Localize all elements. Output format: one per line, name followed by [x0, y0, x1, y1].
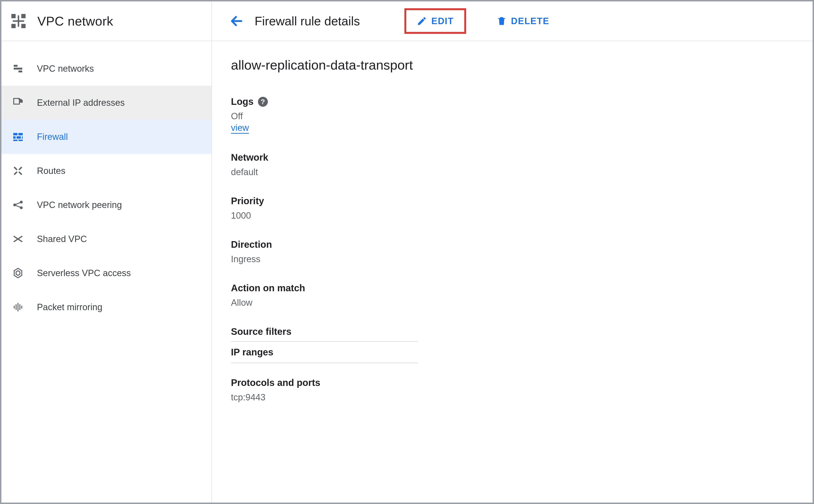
sidebar-item-routes[interactable]: Routes: [1, 154, 212, 188]
value-direction: Ingress: [231, 254, 813, 264]
sidebar-item-mirroring[interactable]: Packet mirroring: [1, 290, 212, 324]
content: allow-replication-data-transport Logs ? …: [212, 41, 813, 421]
section-priority: Priority 1000: [231, 196, 813, 221]
svg-rect-0: [11, 14, 16, 18]
svg-rect-15: [18, 140, 23, 141]
svg-rect-13: [22, 136, 23, 139]
sidebar-nav: VPC networks External IP addresses Firew…: [1, 41, 212, 324]
section-network: Network default: [231, 152, 813, 177]
sidebar-item-serverless[interactable]: Serverless VPC access: [1, 256, 212, 290]
value-action: Allow: [231, 298, 813, 308]
svg-rect-3: [21, 24, 26, 28]
sidebar: VPC network VPC networks External IP add…: [1, 1, 212, 503]
firewall-icon: [12, 131, 24, 142]
sidebar-item-label: Shared VPC: [37, 234, 87, 244]
peering-icon: [12, 199, 24, 211]
section-logs: Logs ? Off view: [231, 96, 813, 134]
label-logs: Logs ?: [231, 96, 813, 107]
sidebar-item-label: Serverless VPC access: [37, 268, 131, 278]
delete-button[interactable]: DELETE: [488, 8, 558, 34]
serverless-icon: [12, 267, 24, 279]
sidebar-item-external-ip[interactable]: External IP addresses: [1, 86, 212, 120]
sidebar-item-label: VPC networks: [37, 64, 94, 74]
svg-rect-6: [14, 65, 18, 67]
svg-rect-12: [17, 136, 21, 139]
shared-vpc-icon: [12, 233, 24, 245]
svg-rect-19: [18, 303, 18, 311]
svg-rect-7: [14, 68, 22, 70]
label-network: Network: [231, 152, 813, 163]
value-protocols: tcp:9443: [231, 392, 813, 402]
arrow-left-icon: [230, 14, 244, 28]
source-filters-table: IP ranges: [231, 341, 418, 363]
svg-rect-21: [19, 304, 20, 310]
main: Firewall rule details EDIT DELETE allow-…: [212, 1, 813, 503]
edit-button-label: EDIT: [431, 16, 454, 26]
product-title: VPC network: [37, 14, 113, 28]
sidebar-item-shared-vpc[interactable]: Shared VPC: [1, 222, 212, 256]
external-ip-icon: [12, 97, 24, 108]
label-protocols: Protocols and ports: [231, 377, 813, 388]
main-header: Firewall rule details EDIT DELETE: [212, 1, 813, 41]
sidebar-item-firewall[interactable]: Firewall: [1, 120, 212, 154]
value-network: default: [231, 167, 813, 177]
vpc-networks-icon: [12, 63, 24, 74]
section-direction: Direction Ingress: [231, 239, 813, 264]
label-direction: Direction: [231, 239, 813, 250]
page-title: Firewall rule details: [255, 14, 360, 28]
svg-rect-5: [18, 15, 19, 27]
svg-rect-11: [13, 136, 16, 139]
section-protocols: Protocols and ports tcp:9443: [231, 377, 813, 402]
sidebar-item-label: Routes: [37, 166, 65, 176]
section-action: Action on match Allow: [231, 283, 813, 308]
ip-ranges-row: IP ranges: [231, 342, 418, 363]
label-action: Action on match: [231, 283, 813, 293]
delete-button-label: DELETE: [511, 16, 549, 26]
back-button[interactable]: [225, 10, 248, 32]
value-priority: 1000: [231, 211, 813, 221]
mirroring-icon: [12, 301, 24, 313]
svg-rect-20: [16, 304, 17, 310]
svg-rect-14: [13, 140, 18, 141]
routes-icon: [12, 165, 24, 177]
rule-name: allow-replication-data-transport: [231, 57, 813, 73]
label-priority: Priority: [231, 196, 813, 206]
sidebar-header: VPC network: [1, 1, 212, 41]
vpc-product-icon: [10, 13, 27, 30]
sidebar-item-label: External IP addresses: [37, 98, 125, 108]
logs-view-link[interactable]: view: [231, 123, 249, 134]
sidebar-item-label: Firewall: [37, 132, 68, 142]
section-source-filters: Source filters IP ranges: [231, 326, 813, 363]
pencil-icon: [417, 16, 427, 26]
sidebar-item-label: VPC network peering: [37, 200, 122, 210]
svg-rect-22: [14, 306, 15, 309]
label-source-filters: Source filters: [231, 326, 813, 337]
app-frame: VPC network VPC networks External IP add…: [0, 0, 814, 504]
svg-rect-8: [18, 71, 22, 72]
sidebar-item-peering[interactable]: VPC network peering: [1, 188, 212, 222]
svg-rect-1: [21, 14, 26, 18]
trash-icon: [496, 16, 507, 26]
svg-rect-9: [13, 133, 18, 135]
sidebar-item-vpc-networks[interactable]: VPC networks: [1, 52, 212, 86]
edit-button[interactable]: EDIT: [404, 8, 466, 34]
svg-rect-2: [11, 24, 16, 28]
help-icon[interactable]: ?: [258, 97, 268, 107]
value-logs: Off: [231, 111, 813, 121]
sidebar-item-label: Packet mirroring: [37, 302, 102, 312]
svg-rect-10: [18, 133, 23, 135]
svg-rect-23: [21, 306, 22, 309]
